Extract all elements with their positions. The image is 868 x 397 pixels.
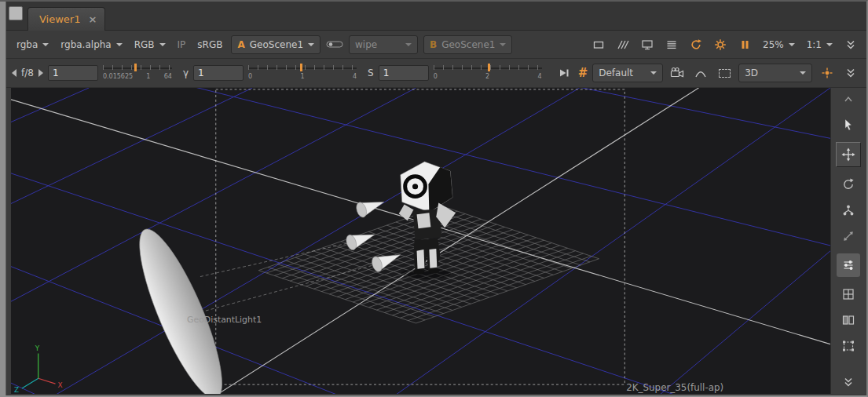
wipe-mode-dropdown[interactable]: wipe [349,35,418,54]
tab-title: Viewer1 [39,13,80,25]
gamma-input[interactable] [193,65,244,81]
input-b-badge: B [430,39,437,50]
chevron-down-icon [789,43,795,46]
marquee-tool-icon[interactable] [839,337,858,355]
light-direction-rays [200,242,377,311]
axis-z-label: Z [14,386,19,394]
split-layout-icon[interactable] [839,311,858,329]
gain-slider-handle[interactable] [134,64,137,71]
saturation-label: S [368,67,374,78]
light-cone-handles[interactable] [345,201,401,273]
translate-tool-button[interactable] [836,142,861,167]
viewer-pane: Viewer1 × rgba rgba.alpha RGB IP sRGB A [0,0,868,397]
gain-input[interactable] [48,65,98,81]
pane-menu-button[interactable] [9,6,23,20]
gamma-slider[interactable]: 014 [248,62,357,84]
viewer-toolbar-exposure: f/8 0.015625164 γ 014 S [5,59,866,88]
chevron-down-icon [405,43,412,46]
3d-viewport[interactable]: GeoDistantLight1 2K_Super_35(full-ap) Y … [11,88,830,394]
pixel-aspect-dropdown[interactable]: 1:1 [804,38,836,52]
alpha-channel-dropdown[interactable]: rgba.alpha [57,38,125,52]
gamma-label: γ [183,67,189,78]
format-name-label: 2K_Super_35(full-ap) [626,382,723,393]
pause-icon[interactable] [735,36,754,53]
collapse-sidebar-icon[interactable] [839,373,858,391]
pane-content: Viewer1 × rgba rgba.alpha RGB IP sRGB A [5,2,866,395]
saturation-input[interactable] [379,65,429,81]
collapse-toolbar-icon[interactable] [841,64,860,82]
lock-camera-icon[interactable] [668,64,687,82]
chevron-down-icon [116,43,123,46]
tab-viewer1[interactable]: Viewer1 × [27,7,105,31]
pane-splitter[interactable] [0,2,6,395]
curve-icon[interactable] [691,64,710,82]
exposure-decrease-icon[interactable] [12,69,16,77]
axis-y-label: Y [35,344,40,352]
viewer-toolbar-top: rgba rgba.alpha RGB IP sRGB A GeoScene1 [5,31,866,59]
3d-viewport-canvas[interactable]: GeoDistantLight1 2K_Super_35(full-ap) Y … [11,88,830,394]
uv-grid-tool-icon[interactable] [839,286,858,303]
select-tool-icon[interactable] [839,116,858,133]
scroll-up-icon[interactable] [839,90,858,107]
proxy-monitor-icon[interactable] [638,36,657,53]
scale-tool-icon[interactable] [839,228,858,245]
panel-sliders-button[interactable] [837,253,860,277]
colorspace-dropdown[interactable]: sRGB [194,38,225,52]
color-sampler-icon[interactable] [818,64,837,82]
chevron-down-icon [42,43,49,46]
guides-preset-dropdown[interactable]: Default [592,64,663,82]
wipe-handle-icon[interactable] [326,39,343,49]
axis-gizmo: Y X Z [14,344,63,394]
saturation-slider-handle[interactable] [488,64,490,71]
scanlines-icon[interactable] [662,36,681,53]
input-a-badge: A [237,39,244,50]
roi-icon[interactable] [715,64,734,82]
chevron-down-icon [308,43,314,46]
guides-grid-icon[interactable]: # [578,66,588,80]
chevron-down-icon [800,71,806,75]
zoom-dropdown[interactable]: 25% [760,38,798,52]
collapse-toolbar-icon[interactable] [841,36,860,53]
chevron-down-icon [650,71,657,75]
view-mode-dropdown[interactable]: 3D [738,64,812,82]
input-process-toggle[interactable]: IP [174,38,189,52]
gamma-slider-handle[interactable] [300,64,302,71]
gear-icon[interactable] [711,36,730,53]
frame-format-icon[interactable] [589,36,608,53]
saturation-slider[interactable]: 024 [434,62,542,84]
checker-stripes-icon[interactable] [613,36,632,53]
robot-shadow [401,268,451,279]
exposure-label: f/8 [21,67,34,78]
channels-dropdown[interactable]: rgba [13,38,52,52]
viewport-tool-sidebar [830,88,866,394]
tab-bar: Viewer1 × [5,2,866,31]
rotate-tool-icon[interactable] [839,176,858,193]
input-a-dropdown[interactable]: A GeoScene1 [231,35,320,54]
refresh-icon[interactable] [687,36,705,53]
distant-light-disc[interactable] [125,221,237,394]
chevron-down-icon [826,43,833,46]
gain-slider[interactable]: 0.015625164 [103,62,172,84]
input-b-dropdown[interactable]: B GeoScene1 [423,35,512,54]
exposure-increase-icon[interactable] [38,69,43,77]
axis-x-label: X [57,381,62,389]
close-icon[interactable]: × [88,13,97,25]
skip-forward-icon[interactable] [555,64,573,82]
chevron-down-icon [500,43,506,46]
display-mode-dropdown[interactable]: RGB [131,38,169,52]
light-name-label: GeoDistantLight1 [187,315,262,325]
hierarchy-tool-icon[interactable] [839,202,858,219]
chevron-down-icon [159,43,166,46]
